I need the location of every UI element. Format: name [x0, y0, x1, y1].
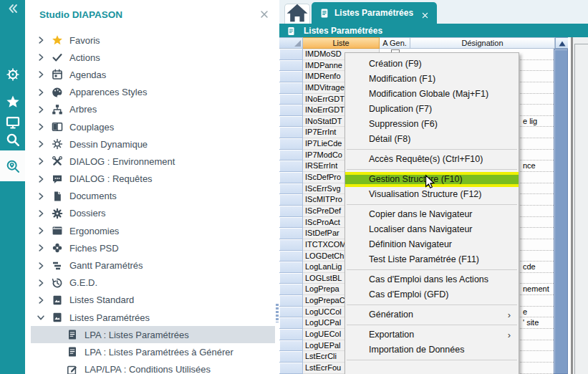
- scroll-up-button[interactable]: [555, 37, 569, 49]
- chevron-right-icon[interactable]: [36, 208, 46, 219]
- tree-item-actions[interactable]: Actions: [31, 49, 275, 66]
- chevron-right-icon[interactable]: [36, 226, 46, 236]
- activity-collapse-panel-icon[interactable]: [0, 0, 25, 17]
- chevron-right-icon[interactable]: [36, 87, 46, 97]
- row-selector-cell[interactable]: [279, 217, 303, 229]
- activity-workspace-icon[interactable]: [0, 114, 25, 131]
- row-selector-cell[interactable]: [279, 60, 303, 72]
- tree-scrollbar-thumb[interactable]: [276, 304, 279, 322]
- row-selector-cell[interactable]: [279, 284, 303, 295]
- menu-item-localiser-dans-navigateur[interactable]: Localiser dans Navigateur: [345, 222, 519, 237]
- menu-item-exportation[interactable]: Exportation›: [345, 327, 519, 342]
- menu-item-d-finition-navigateur[interactable]: Définition Navigateur: [345, 237, 519, 252]
- row-selector-cell[interactable]: [279, 239, 303, 251]
- activity-favorites-icon[interactable]: [0, 93, 25, 110]
- row-selector-cell[interactable]: [279, 340, 303, 352]
- menu-item-copier-dans-le-navigateur[interactable]: Copier dans le Navigateur: [345, 207, 519, 222]
- tree-item-lpa-listes-param-tr-es-g-n-rer[interactable]: LPA : Listes Paramétrées à Générer: [31, 343, 275, 360]
- menu-item-gestion-structure-f10[interactable]: Gestion Structure (F10): [345, 172, 519, 187]
- tree-item-arbres[interactable]: Arbres: [31, 101, 275, 118]
- menu-item-modification-f1[interactable]: Modification (F1): [345, 72, 519, 87]
- row-selector-cell[interactable]: [279, 116, 303, 128]
- row-selector-cell[interactable]: [279, 317, 303, 329]
- row-selector-cell[interactable]: [279, 307, 303, 318]
- chevron-down-icon[interactable]: [36, 312, 46, 322]
- column-header-agen[interactable]: A Gen.: [380, 37, 410, 49]
- tab-home[interactable]: [284, 4, 310, 24]
- tree-item-apparences-styles[interactable]: Apparences Styles: [31, 84, 275, 101]
- menu-item-visualisation-structure-f12[interactable]: Visualisation Structure (F12): [345, 187, 519, 202]
- row-selector-cell[interactable]: [279, 105, 303, 116]
- tree-item-dessin-dynamique[interactable]: Dessin Dynamique: [31, 135, 275, 153]
- row-selector-cell[interactable]: [279, 295, 303, 307]
- row-selector-cell[interactable]: [279, 251, 303, 262]
- row-selector-cell[interactable]: [279, 273, 303, 284]
- row-selector-cell[interactable]: [279, 172, 303, 183]
- row-selector-cell[interactable]: [279, 183, 303, 195]
- row-selector-cell[interactable]: [279, 351, 303, 363]
- tree-item-dialog-requ-tes[interactable]: DIALOG : Requêtes: [31, 171, 275, 188]
- menu-item-cas-d-emploi-gfd[interactable]: Cas d'Emploi (GFD): [345, 287, 519, 302]
- menu-item-cas-d-emploi-dans-les-actions[interactable]: Cas d'Emploi dans les Actions: [345, 272, 519, 287]
- tree-item-ergonomies[interactable]: Ergonomies: [31, 222, 275, 239]
- chevron-right-icon[interactable]: [36, 278, 46, 288]
- chevron-right-icon[interactable]: [36, 139, 46, 149]
- row-selector-cell[interactable]: [279, 49, 303, 60]
- row-selector-cell[interactable]: [279, 228, 303, 239]
- chevron-right-icon[interactable]: [36, 191, 46, 201]
- chevron-right-icon[interactable]: [36, 122, 46, 132]
- row-selector-cell[interactable]: [279, 363, 303, 374]
- menu-item-cr-ation-f9[interactable]: Création (F9): [345, 57, 519, 72]
- row-selector-cell[interactable]: [279, 71, 303, 82]
- select-all-cell[interactable]: [279, 37, 303, 49]
- row-selector-cell[interactable]: [279, 150, 303, 161]
- menu-item-g-n-ration[interactable]: Génération›: [345, 307, 519, 322]
- row-selector-cell[interactable]: [279, 160, 303, 172]
- chevron-right-icon[interactable]: [36, 52, 46, 62]
- tree-item-listes-standard[interactable]: Listes Standard: [31, 292, 275, 309]
- menu-item-suppression-f6[interactable]: Suppression (F6): [345, 117, 519, 132]
- chevron-right-icon[interactable]: [36, 156, 46, 166]
- table-scrollbar-thumb[interactable]: [554, 49, 568, 374]
- menu-item-d-tail-f8[interactable]: Détail (F8): [345, 132, 519, 147]
- row-selector-cell[interactable]: [279, 138, 303, 150]
- chevron-right-icon[interactable]: [36, 295, 46, 305]
- tree-item-documents[interactable]: Documents: [31, 188, 275, 205]
- activity-advanced-search-icon[interactable]: [0, 150, 25, 181]
- column-header-liste[interactable]: Liste: [303, 37, 380, 49]
- activity-modules-icon[interactable]: [0, 66, 25, 83]
- tree-item-agendas[interactable]: Agendas: [31, 66, 275, 83]
- row-selector-cell[interactable]: [279, 194, 303, 206]
- tree-item-lpa-listes-param-tr-es[interactable]: LPA : Listes Paramétrées: [31, 326, 275, 343]
- tree-item-listes-param-tr-es[interactable]: Listes Paramétrées: [31, 309, 275, 326]
- chevron-right-icon[interactable]: [36, 69, 46, 80]
- row-selector-cell[interactable]: [279, 127, 303, 138]
- row-selector-cell[interactable]: [279, 94, 303, 105]
- menu-item-importation-de-donn-es[interactable]: Importation de Données: [345, 342, 519, 358]
- tree-item-dossiers[interactable]: Dossiers: [31, 205, 275, 222]
- tree-item-couplages[interactable]: Couplages: [31, 118, 275, 135]
- row-selector-cell[interactable]: [279, 82, 303, 94]
- menu-item-modification-globale-maj-f1[interactable]: Modification Globale (Maj+F1): [345, 87, 519, 102]
- row-selector-cell[interactable]: [279, 329, 303, 340]
- tree-item-lap-lpa-conditions-utilis-es[interactable]: LAP/LPA : Conditions Utilisées: [31, 361, 275, 374]
- tree-item-dialog-environnement[interactable]: DIALOG : Environnement: [31, 153, 275, 170]
- chevron-right-icon[interactable]: [36, 174, 46, 184]
- chevron-right-icon[interactable]: [36, 35, 46, 45]
- chevron-right-icon[interactable]: [36, 105, 46, 115]
- tab-listes-parametrees[interactable]: Listes Paramétrées: [312, 2, 437, 24]
- chevron-right-icon[interactable]: [36, 243, 46, 253]
- menu-item-duplication-f7[interactable]: Duplication (F7): [345, 102, 519, 117]
- close-panel-icon[interactable]: [259, 9, 269, 19]
- column-header-designation[interactable]: Désignation: [410, 37, 555, 49]
- menu-item-acc-s-requ-te-s-ctrl-f10[interactable]: Accès Requête(s) (Ctrl+F10): [345, 152, 519, 167]
- tree-item-g-e-d[interactable]: G.E.D.: [31, 274, 275, 292]
- activity-search-icon[interactable]: [0, 131, 25, 148]
- tree-item-favoris[interactable]: Favoris: [31, 32, 275, 49]
- tree-item-gantt-param-tr-s[interactable]: Gantt Paramétrés: [31, 256, 275, 274]
- chevron-right-icon[interactable]: [36, 261, 46, 271]
- menu-item-test-liste-param-tr-e-f11[interactable]: Test Liste Paramétrée (F11): [345, 252, 519, 267]
- row-selector-cell[interactable]: [279, 262, 303, 273]
- tree-item-fiches-psd[interactable]: Fiches PSD: [31, 239, 275, 256]
- row-selector-cell[interactable]: [279, 206, 303, 217]
